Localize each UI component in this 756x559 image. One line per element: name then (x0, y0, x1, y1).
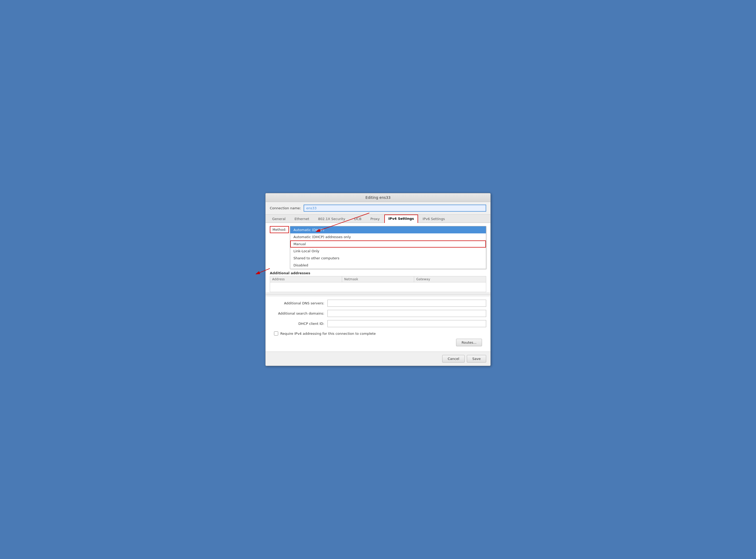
editing-dialog: Editing ens33 Connection name: General E… (265, 193, 491, 366)
tab-security[interactable]: 802.1X Security (314, 215, 350, 223)
method-option-disabled[interactable]: Disabled (290, 262, 486, 269)
cancel-button[interactable]: Cancel (442, 355, 465, 362)
method-option-dhcp[interactable]: Automatic (DHCP) (290, 226, 486, 233)
method-option-manual[interactable]: Manual (290, 241, 486, 248)
method-option-shared[interactable]: Shared to other computers (290, 254, 486, 262)
dialog-footer: Cancel Save (266, 352, 490, 366)
search-input[interactable] (328, 310, 486, 317)
additional-label-cont: l addresses (288, 271, 310, 275)
connection-name-input[interactable] (304, 205, 486, 211)
connection-name-row: Connection name: (266, 202, 490, 215)
dns-label: Additional DNS servers: (270, 301, 328, 305)
dialog-title: Editing ens33 (365, 196, 391, 200)
require-ipv4-checkbox[interactable] (274, 331, 278, 336)
addresses-area: Address Netmask Gateway (270, 276, 486, 292)
separator-1 (266, 294, 490, 294)
search-label: Additional search domains: (270, 311, 328, 315)
method-option-dhcp-only[interactable]: Automatic (DHCP) addresses only (290, 233, 486, 241)
addresses-header: Address Netmask Gateway (270, 276, 486, 283)
tab-dcb[interactable]: DCB (350, 215, 366, 223)
tab-ipv6[interactable]: IPv6 Settings (418, 215, 449, 223)
method-label: Method: (270, 226, 289, 233)
dns-row: Additional DNS servers: (270, 300, 486, 307)
routes-row: Routes... (270, 337, 486, 349)
upper-section: Method: Automatic (DHCP) Automatic (DHCP… (266, 223, 490, 292)
connection-name-label: Connection name: (270, 206, 301, 210)
method-option-link-local[interactable]: Link-Local Only (290, 248, 486, 254)
netmask-col-header: Netmask (342, 276, 414, 282)
tab-proxy[interactable]: Proxy (366, 215, 384, 223)
address-col-header: Address (270, 276, 342, 282)
routes-button[interactable]: Routes... (456, 339, 482, 346)
dhcp-input[interactable] (328, 320, 486, 327)
method-dropdown[interactable]: Automatic (DHCP) Automatic (DHCP) addres… (290, 226, 486, 269)
method-dropdown-list: Automatic (DHCP) Automatic (DHCP) addres… (290, 226, 486, 269)
svg-line-1 (257, 268, 270, 274)
search-domain-row: Additional search domains: (270, 310, 486, 317)
dns-input[interactable] (328, 300, 486, 307)
gateway-col-header: Gateway (414, 276, 486, 282)
title-bar: Editing ens33 (266, 193, 490, 202)
addresses-body (270, 283, 486, 292)
tab-ethernet[interactable]: Ethernet (290, 215, 314, 223)
require-ipv4-label: Require IPv4 addressing for this connect… (280, 332, 376, 336)
tab-general[interactable]: General (268, 215, 290, 223)
main-content: Method: Automatic (DHCP) Automatic (DHCP… (266, 223, 490, 352)
save-button[interactable]: Save (467, 355, 486, 362)
require-ipv4-row: Require IPv4 addressing for this connect… (270, 330, 486, 337)
tabs-bar: General Ethernet 802.1X Security DCB Pro… (266, 215, 490, 223)
additional-addresses-section: Additiona l addresses Address Netmask Ga… (270, 271, 486, 292)
additional-label: Additiona (270, 271, 288, 275)
dhcp-row: DHCP client ID: (270, 320, 486, 327)
tab-ipv4[interactable]: IPv4 Settings (384, 215, 418, 223)
dhcp-label: DHCP client ID: (270, 322, 328, 326)
lower-section: Additional DNS servers: Additional searc… (266, 296, 490, 352)
